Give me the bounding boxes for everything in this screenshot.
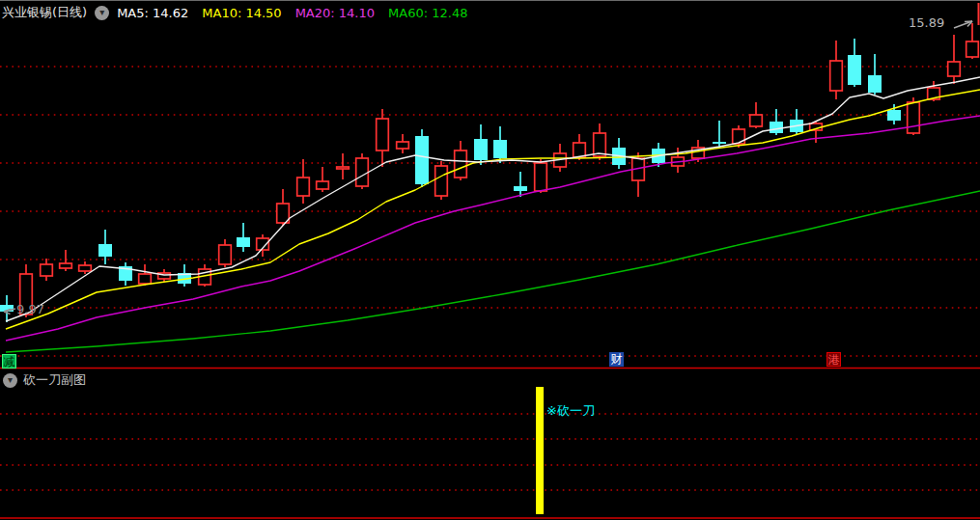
ma-legend-item: MA20: 14.10 [295,6,375,20]
chevron-down-icon[interactable]: ▾ [95,6,109,20]
candlestick-chart[interactable] [0,1,980,520]
chart-marker-badge[interactable]: 减 [2,354,16,369]
signal-text-label: ※砍一刀 [546,404,595,417]
subchart-title: 砍一刀副图 [23,371,86,389]
chevron-down-icon[interactable]: ▾ [3,373,17,388]
ma-legend: MA5: 14.62MA10: 14.50MA20: 14.10MA60: 12… [117,6,467,20]
main-chart-header: 兴业银锡(日线) ▾ MA5: 14.62MA10: 14.50MA20: 14… [2,4,467,21]
high-price-label: 15.89 [909,16,944,29]
chart-marker-badge[interactable]: 港 [826,352,841,367]
stock-chart-window: 兴业银锡(日线) ▾ MA5: 14.62MA10: 14.50MA20: 14… [0,0,980,520]
ma-legend-item: MA5: 14.62 [117,6,188,20]
chart-marker-badge[interactable]: 财 [609,352,624,367]
subchart-header: ▾ 砍一刀副图 [3,371,86,389]
low-price-label: 9.97 [16,303,44,315]
page-title: 兴业银锡(日线) [2,4,87,21]
ma-legend-item: MA60: 12.48 [388,6,467,20]
ma-legend-item: MA10: 14.50 [202,6,281,20]
